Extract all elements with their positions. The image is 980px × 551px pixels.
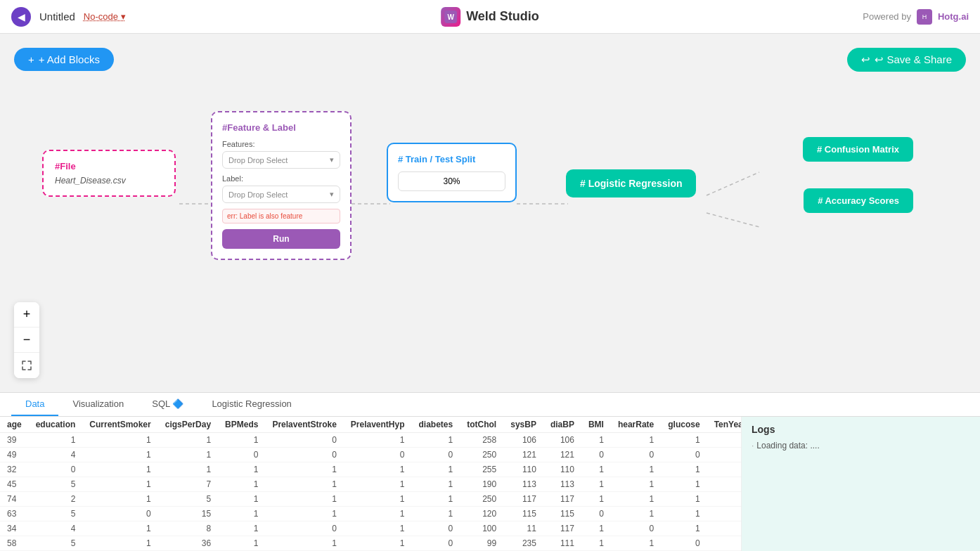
table-cell: 1	[158, 462, 218, 477]
split-node-title: # Train / Test Split	[398, 154, 505, 164]
header-right: Powered by H Hotg.ai	[863, 9, 969, 25]
table-cell: 1	[661, 492, 707, 507]
accuracy-node[interactable]: # Accuracy Scores	[804, 188, 913, 213]
tab-logistic-regression[interactable]: Logistic Regression	[198, 393, 305, 416]
table-cell: 1	[218, 477, 265, 492]
table-cell: 5	[29, 507, 83, 521]
file-node: #File Heart_Disease.csv	[42, 150, 176, 197]
table-cell: 1	[707, 536, 741, 551]
table-cell: 250	[460, 448, 503, 462]
table-cell: 106	[543, 433, 581, 448]
save-share-button[interactable]: ↩ ↩ Save & Share	[847, 48, 966, 72]
table-cell: 1	[412, 462, 460, 477]
table-cell: 1	[82, 492, 157, 507]
table-col-BPMeds: BPMeds	[218, 417, 265, 433]
file-node-filename: Heart_Disease.csv	[55, 176, 163, 186]
table-cell: 1	[412, 492, 460, 507]
accuracy-node-title: # Accuracy Scores	[818, 195, 899, 206]
table-cell: 34	[0, 521, 29, 536]
header-left: ◀ Untitled No-code ▾	[11, 7, 126, 27]
table-cell: 1	[82, 521, 157, 536]
table-col-PrelaventStroke: PrelaventStroke	[265, 417, 343, 433]
bottom-panel: Data Visualization SQL 🔷 Logistic Regres…	[0, 392, 980, 551]
save-share-label: ↩ Save & Share	[875, 53, 952, 66]
table-cell: 1	[158, 433, 218, 448]
back-button[interactable]: ◀	[11, 7, 31, 27]
table-cell: 1	[412, 433, 460, 448]
label-select[interactable]: Drop Drop Select ▾	[222, 186, 340, 203]
file-node-title: #File	[55, 161, 163, 171]
add-icon: +	[28, 53, 34, 65]
tab-sql[interactable]: SQL 🔷	[138, 393, 198, 416]
table-body: 3911110112581061061111494110000250121121…	[0, 433, 741, 552]
table-cell: 45	[0, 477, 29, 492]
table-cell: 113	[543, 477, 581, 492]
table-col-hearRate: hearRate	[611, 417, 661, 433]
powered-by-text: Powered by	[863, 11, 911, 22]
zoom-out-button[interactable]: −	[14, 328, 39, 353]
log-item: ·Loading data: ....	[752, 441, 970, 450]
add-blocks-label: + Add Blocks	[39, 53, 100, 65]
confusion-node[interactable]: # Confusion Matrix	[803, 137, 913, 162]
table-cell: 0	[265, 521, 343, 536]
bottom-content: ageeducationCurrentSmokercigsPerDayBPMed…	[0, 417, 980, 551]
table-cell: 1	[344, 492, 412, 507]
fullscreen-button[interactable]	[14, 353, 39, 378]
table-cell: 39	[0, 433, 29, 448]
zoom-in-button[interactable]: +	[14, 302, 39, 328]
table-cell: 0	[412, 521, 460, 536]
table-cell: 1	[661, 462, 707, 477]
logistic-node-title: # Logistic Regression	[580, 178, 682, 189]
table-cell: 1	[707, 433, 741, 448]
table-row: 5851361110992351111101	[0, 536, 741, 551]
nocode-badge[interactable]: No-code ▾	[84, 11, 126, 22]
table-cell: 117	[503, 492, 543, 507]
log-dot-icon: ·	[752, 441, 754, 450]
table-cell: 0	[611, 448, 661, 462]
tab-visualization[interactable]: Visualization	[58, 393, 138, 416]
connector-lines	[0, 34, 980, 392]
features-select[interactable]: Drop Drop Select ▾	[222, 151, 340, 169]
table-cell: 1	[218, 507, 265, 521]
table-row: 344181010100111171011	[0, 521, 741, 536]
table-cell: 15	[158, 507, 218, 521]
table-cell: 1	[82, 448, 157, 462]
table-cell: 121	[503, 448, 543, 462]
table-cell: 5	[29, 477, 83, 492]
split-value-input[interactable]	[398, 171, 505, 191]
table-cell: 5	[158, 492, 218, 507]
table-cell: 0	[412, 536, 460, 551]
table-cell: 0	[581, 448, 611, 462]
table-row: 63501511111201151150110	[0, 507, 741, 521]
fullscreen-icon	[22, 361, 32, 370]
table-cell: 1	[661, 507, 707, 521]
table-cell: 1	[581, 433, 611, 448]
label-placeholder: Drop Drop Select	[228, 190, 288, 199]
data-table-wrapper[interactable]: ageeducationCurrentSmokercigsPerDayBPMed…	[0, 417, 741, 551]
table-cell: 1	[265, 492, 343, 507]
features-placeholder: Drop Drop Select	[228, 156, 288, 164]
table-cell: 1	[707, 462, 741, 477]
hotg-logo-icon: H	[917, 9, 932, 25]
table-cell: 1	[158, 448, 218, 462]
table-cell: 1	[218, 521, 265, 536]
logistic-node[interactable]: # Logistic Regression	[566, 169, 696, 197]
table-cell: 1	[611, 492, 661, 507]
table-cell: 1	[29, 433, 83, 448]
features-label: Features:	[222, 140, 340, 148]
table-col-age: age	[0, 417, 29, 433]
table-cell: 74	[0, 492, 29, 507]
table-cell: 1	[611, 477, 661, 492]
feature-node-title: #Feature & Label	[222, 122, 340, 133]
table-cell: 1	[707, 492, 741, 507]
table-cell: 1	[82, 433, 157, 448]
tab-data[interactable]: Data	[11, 393, 58, 416]
table-cell: 1	[412, 507, 460, 521]
table-cell: 235	[503, 536, 543, 551]
table-row: 4551711111901131131111	[0, 477, 741, 492]
table-cell: 110	[503, 462, 543, 477]
run-button[interactable]: Run	[222, 229, 340, 249]
table-cell: 99	[460, 536, 503, 551]
table-cell: 1	[611, 433, 661, 448]
add-blocks-button[interactable]: + + Add Blocks	[14, 48, 114, 71]
